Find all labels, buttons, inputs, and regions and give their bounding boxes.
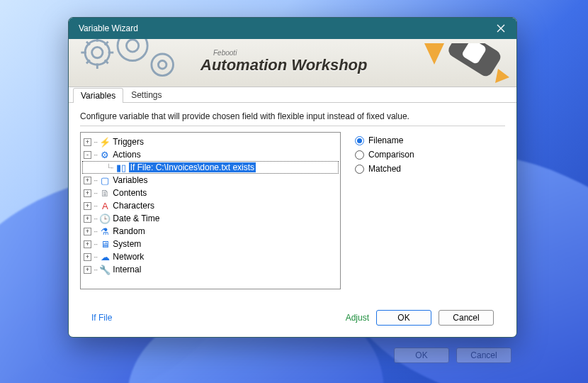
ok-button[interactable]: OK xyxy=(376,310,431,326)
wrench-icon: 🔧 xyxy=(99,265,111,275)
flask-icon: ⚗ xyxy=(99,226,111,237)
variables-icon: ▢ xyxy=(99,175,111,186)
tab-bar: Variables Settings xyxy=(69,87,516,103)
expand-icon[interactable]: + xyxy=(84,253,91,261)
gears-art xyxy=(72,39,196,85)
expand-icon[interactable]: + xyxy=(84,189,91,197)
svg-marker-14 xyxy=(424,43,444,65)
page-icon: 🗎 xyxy=(99,188,111,199)
tree-label: Date & Time xyxy=(113,213,159,223)
ghost-cancel: Cancel xyxy=(456,348,511,363)
radio-dot-icon xyxy=(355,150,364,160)
tree-label: Random xyxy=(113,226,145,236)
tree-node-contents[interactable]: +···🗎Contents xyxy=(82,187,339,199)
tree-node-random[interactable]: +···⚗Random xyxy=(82,225,339,238)
clock-icon: 🕒 xyxy=(99,213,111,224)
svg-point-10 xyxy=(118,39,147,61)
tree-label: Internal xyxy=(113,265,141,274)
wand-art xyxy=(424,43,509,83)
tab-label: Settings xyxy=(131,90,162,100)
close-icon xyxy=(497,24,505,33)
banner: Febooti Automation Workshop xyxy=(69,39,516,87)
tree-label: Contents xyxy=(113,188,147,198)
expand-icon[interactable]: + xyxy=(84,266,91,274)
tree-node-if-file[interactable]: └··▮▯If File: C:\Invoices\done.txt exist… xyxy=(82,161,339,174)
cancel-button[interactable]: Cancel xyxy=(439,310,494,326)
radio-matched[interactable]: Matched xyxy=(355,162,414,176)
adjust-link[interactable]: Adjust xyxy=(346,313,369,323)
variable-tree[interactable]: +···⚡Triggers -···⚙Actions └··▮▯If File:… xyxy=(80,132,341,289)
expand-icon[interactable]: + xyxy=(84,228,91,235)
status-text: If File xyxy=(91,313,112,323)
tree-label: If File: C:\Invoices\done.txt exists xyxy=(129,162,256,172)
titlebar[interactable]: Variable Wizard xyxy=(69,18,516,39)
radio-comparison[interactable]: Comparison xyxy=(355,148,414,162)
tab-variables[interactable]: Variables xyxy=(73,88,123,103)
svg-point-13 xyxy=(158,61,166,69)
tree-node-system[interactable]: +···🖥System xyxy=(82,238,339,250)
tree-label: Actions xyxy=(113,150,140,160)
radio-group: Filename Comparison Matched xyxy=(355,132,414,303)
content-row: +···⚡Triggers -···⚙Actions └··▮▯If File:… xyxy=(80,132,505,303)
radio-label: Matched xyxy=(368,164,401,174)
radio-label: Comparison xyxy=(368,150,414,160)
radio-dot-icon xyxy=(355,165,364,174)
tree-node-characters[interactable]: +···ACharacters xyxy=(82,199,339,212)
tree-node-network[interactable]: +···☁Network xyxy=(82,250,339,263)
tree-label: Characters xyxy=(113,201,154,211)
window-title: Variable Wizard xyxy=(79,23,138,33)
expand-icon[interactable]: + xyxy=(84,215,91,223)
instruction-text: Configure variable that will provide cho… xyxy=(80,111,505,121)
background-window-buttons: OK Cancel xyxy=(394,348,511,363)
svg-marker-15 xyxy=(495,69,509,83)
bolt-icon: ⚡ xyxy=(99,137,111,148)
gear-icon: ⚙ xyxy=(99,150,111,160)
tree-node-variables[interactable]: +···▢Variables xyxy=(82,174,339,187)
svg-point-12 xyxy=(152,54,174,76)
tree-label: Triggers xyxy=(113,137,144,147)
expand-icon[interactable]: + xyxy=(84,202,91,210)
dialog-window: Variable Wizard Febooti Auto xyxy=(68,17,517,338)
tree-label: System xyxy=(113,239,141,249)
radio-label: Filename xyxy=(368,135,403,145)
file-icon: ▮▯ xyxy=(115,162,127,173)
tree-node-actions[interactable]: -···⚙Actions xyxy=(82,148,339,161)
radio-dot-icon xyxy=(355,136,364,145)
tree-node-internal[interactable]: +···🔧Internal xyxy=(82,263,339,276)
dialog-body: Configure variable that will provide cho… xyxy=(69,103,516,337)
radio-filename[interactable]: Filename xyxy=(355,133,414,148)
characters-icon: A xyxy=(99,201,111,211)
svg-point-11 xyxy=(126,40,138,52)
divider xyxy=(80,126,505,126)
collapse-icon[interactable]: - xyxy=(84,151,91,159)
svg-point-1 xyxy=(92,47,103,57)
tab-settings[interactable]: Settings xyxy=(123,87,169,102)
ghost-ok: OK xyxy=(394,348,449,363)
dialog-footer: If File Adjust OK Cancel xyxy=(80,303,505,337)
tree-node-datetime[interactable]: +···🕒Date & Time xyxy=(82,212,339,225)
desktop-background: OK Cancel Variable Wizard xyxy=(0,0,588,383)
expand-icon[interactable]: + xyxy=(84,138,91,146)
cloud-icon: ☁ xyxy=(99,252,111,262)
tree-label: Variables xyxy=(113,175,147,185)
tree-label: Network xyxy=(113,252,144,262)
banner-brand: Automation Workshop xyxy=(200,56,367,74)
expand-icon[interactable]: + xyxy=(84,240,91,248)
close-button[interactable] xyxy=(485,18,516,39)
expand-icon[interactable]: + xyxy=(84,177,91,184)
tree-node-triggers[interactable]: +···⚡Triggers xyxy=(82,135,339,148)
monitor-icon: 🖥 xyxy=(99,239,111,250)
tab-label: Variables xyxy=(81,91,115,101)
